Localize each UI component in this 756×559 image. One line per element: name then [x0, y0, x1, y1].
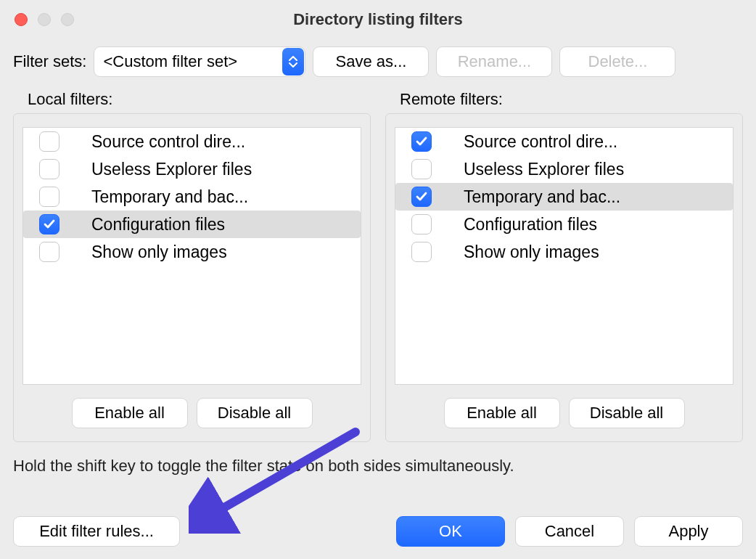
local-filters-box: Source control dire...Useless Explorer f… — [13, 113, 371, 442]
window-title: Directory listing filters — [12, 10, 744, 29]
local-filters-list[interactable]: Source control dire...Useless Explorer f… — [22, 127, 361, 385]
local-filters-panel: Local filters: Source control dire...Use… — [13, 84, 371, 442]
list-item-label: Useless Explorer files — [464, 160, 624, 179]
titlebar: Directory listing filters — [0, 0, 756, 39]
save-as-button[interactable]: Save as... — [313, 46, 429, 77]
window-controls — [15, 13, 74, 26]
apply-button[interactable]: Apply — [634, 516, 743, 547]
checkbox[interactable] — [39, 242, 59, 262]
list-item[interactable]: Temporary and bac... — [395, 183, 733, 211]
hint-text: Hold the shift key to toggle the filter … — [0, 442, 756, 480]
filter-sets-label: Filter sets: — [13, 52, 86, 71]
remote-filters-box: Source control dire...Useless Explorer f… — [385, 113, 743, 442]
list-item[interactable]: Useless Explorer files — [395, 155, 733, 183]
toolbar: Filter sets: <Custom filter set> Save as… — [0, 39, 756, 84]
zoom-window-icon — [61, 13, 74, 26]
filter-set-select[interactable]: <Custom filter set> — [94, 46, 305, 77]
list-item[interactable]: Useless Explorer files — [23, 155, 361, 183]
remote-filters-label: Remote filters: — [400, 90, 743, 109]
checkbox[interactable] — [39, 131, 59, 152]
remote-enable-all-button[interactable]: Enable all — [444, 398, 560, 428]
list-item[interactable]: Configuration files — [395, 211, 733, 238]
list-item[interactable]: Temporary and bac... — [23, 183, 361, 211]
list-item-label: Show only images — [464, 242, 599, 262]
list-item[interactable]: Source control dire... — [23, 128, 361, 155]
cancel-button[interactable]: Cancel — [515, 516, 624, 547]
checkbox[interactable] — [39, 159, 59, 179]
remote-disable-all-button[interactable]: Disable all — [569, 398, 685, 428]
list-item[interactable]: Show only images — [23, 238, 361, 266]
local-filters-label: Local filters: — [28, 90, 371, 109]
rename-button: Rename... — [436, 46, 552, 77]
remote-filters-panel: Remote filters: Source control dire...Us… — [385, 84, 743, 442]
minimize-window-icon — [38, 13, 51, 26]
edit-filter-rules-button[interactable]: Edit filter rules... — [13, 516, 180, 547]
local-disable-all-button[interactable]: Disable all — [197, 398, 313, 428]
list-item-label: Configuration files — [91, 215, 225, 234]
list-item-label: Useless Explorer files — [91, 160, 252, 179]
checkbox[interactable] — [39, 214, 59, 234]
checkbox[interactable] — [411, 187, 432, 207]
remote-filters-list[interactable]: Source control dire...Useless Explorer f… — [395, 127, 734, 385]
list-item-label: Source control dire... — [91, 132, 245, 152]
filter-panels: Local filters: Source control dire...Use… — [0, 84, 756, 442]
checkbox[interactable] — [411, 242, 432, 262]
ok-button[interactable]: OK — [396, 516, 505, 547]
close-window-icon[interactable] — [15, 13, 28, 26]
checkbox[interactable] — [411, 214, 432, 234]
list-item-label: Temporary and bac... — [91, 187, 248, 207]
checkbox[interactable] — [39, 187, 59, 207]
dialog-footer: Edit filter rules... OK Cancel Apply — [0, 514, 756, 559]
list-item-label: Temporary and bac... — [464, 187, 620, 207]
checkbox[interactable] — [411, 159, 432, 179]
filter-set-value: <Custom filter set> — [103, 52, 237, 71]
list-item-label: Configuration files — [464, 215, 597, 234]
list-item[interactable]: Show only images — [395, 238, 733, 266]
delete-button: Delete... — [559, 46, 675, 77]
list-item[interactable]: Source control dire... — [395, 128, 733, 155]
dropdown-arrows-icon — [282, 48, 304, 76]
list-item-label: Source control dire... — [464, 132, 617, 152]
checkbox[interactable] — [411, 131, 432, 152]
list-item[interactable]: Configuration files — [23, 211, 361, 238]
local-enable-all-button[interactable]: Enable all — [72, 398, 188, 428]
list-item-label: Show only images — [91, 242, 227, 262]
